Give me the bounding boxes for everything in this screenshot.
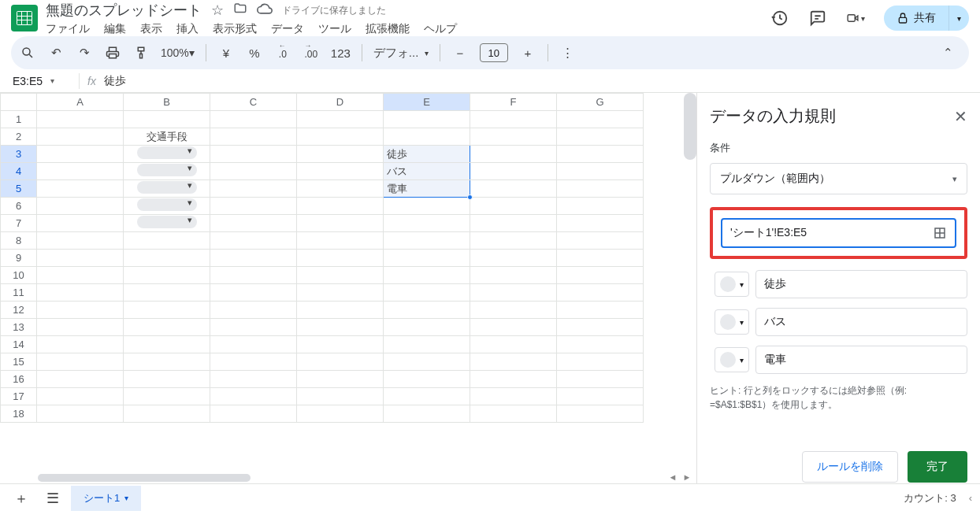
option-value[interactable]: 電車 — [755, 346, 967, 374]
cloud-saved-icon[interactable] — [257, 1, 273, 20]
name-box[interactable]: E3:E5▾ — [3, 75, 79, 87]
option-value[interactable]: バス — [755, 308, 967, 336]
row-header[interactable]: 16 — [1, 371, 37, 388]
sheet-tab[interactable]: シート1▾ — [71, 486, 141, 511]
color-swatch-select[interactable]: ▾ — [715, 347, 749, 372]
number-format-button[interactable]: 123 — [331, 43, 351, 63]
decrease-decimal-button[interactable]: .0← — [274, 43, 291, 63]
add-sheet-button[interactable]: ＋ — [8, 487, 35, 509]
row-header[interactable]: 1 — [1, 111, 37, 128]
delete-rule-button[interactable]: ルールを削除 — [802, 451, 898, 483]
panel-title: データの入力規則 — [710, 105, 836, 127]
sheets-logo[interactable] — [11, 5, 38, 31]
close-icon[interactable]: ✕ — [954, 107, 967, 126]
redo-icon[interactable]: ↷ — [76, 43, 93, 63]
row-header[interactable]: 17 — [1, 388, 37, 405]
more-toolbar-icon[interactable]: ⋮ — [559, 43, 577, 63]
cell-E5[interactable]: 電車 — [384, 180, 470, 198]
cell-B5[interactable] — [124, 180, 210, 198]
spreadsheet-grid[interactable]: A B C D E F G 1 2交通手段 3徒歩 4バス 5電車 6 7 8 … — [0, 93, 696, 483]
currency-button[interactable]: ¥ — [217, 43, 235, 63]
print-icon[interactable] — [104, 43, 121, 63]
row-header[interactable]: 4 — [1, 163, 37, 180]
col-header[interactable]: G — [557, 94, 644, 111]
menu-data[interactable]: データ — [271, 22, 304, 36]
collapse-toolbar-icon[interactable]: ⌃ — [939, 43, 956, 63]
menu-file[interactable]: ファイル — [46, 22, 90, 36]
share-button[interactable]: 共有 — [884, 6, 948, 31]
row-header[interactable]: 13 — [1, 319, 37, 336]
percent-button[interactable]: % — [246, 43, 263, 63]
range-input[interactable]: 'シート1'!E3:E5 — [721, 218, 956, 248]
color-swatch-select[interactable]: ▾ — [715, 272, 749, 297]
row-header[interactable]: 5 — [1, 180, 37, 198]
document-title[interactable]: 無題のスプレッドシート — [46, 1, 202, 20]
paint-format-icon[interactable] — [132, 43, 150, 63]
share-label: 共有 — [914, 11, 936, 25]
col-header[interactable]: A — [37, 94, 124, 111]
move-folder-icon[interactable] — [233, 2, 247, 20]
col-header[interactable]: C — [210, 94, 297, 111]
row-header[interactable]: 2 — [1, 128, 37, 146]
menu-extensions[interactable]: 拡張機能 — [366, 22, 410, 36]
color-swatch-select[interactable]: ▾ — [715, 309, 749, 335]
cell-E3[interactable]: 徒歩 — [384, 146, 470, 163]
cell-B7[interactable] — [124, 215, 210, 232]
scroll-right-icon[interactable]: ► — [681, 472, 693, 483]
select-all-corner[interactable] — [1, 94, 37, 111]
undo-icon[interactable]: ↶ — [47, 43, 65, 63]
row-header[interactable]: 18 — [1, 405, 37, 423]
cell-E4[interactable]: バス — [384, 163, 470, 180]
horizontal-scrollbar[interactable] — [38, 474, 251, 482]
row-header[interactable]: 7 — [1, 215, 37, 232]
cell-B2[interactable]: 交通手段 — [124, 128, 210, 146]
col-header[interactable]: D — [297, 94, 384, 111]
font-size-input[interactable]: 10 — [480, 43, 508, 62]
menu-tools[interactable]: ツール — [318, 22, 351, 36]
row-header[interactable]: 8 — [1, 232, 37, 250]
cell-B3[interactable] — [124, 146, 210, 163]
increase-font-button[interactable]: + — [519, 43, 536, 63]
star-icon[interactable]: ☆ — [211, 2, 224, 19]
increase-decimal-button[interactable]: .00→ — [303, 43, 320, 63]
vertical-scrollbar[interactable] — [684, 93, 696, 160]
zoom-select[interactable]: 100% ▾ — [161, 43, 195, 63]
menu-help[interactable]: ヘルプ — [424, 22, 457, 36]
scroll-left-icon[interactable]: ◄ — [666, 472, 679, 483]
menu-format[interactable]: 表示形式 — [213, 22, 257, 36]
selection-handle[interactable] — [467, 194, 473, 200]
explore-collapse-icon[interactable]: ‹ — [969, 492, 972, 504]
meet-icon[interactable]: ▾ — [846, 9, 865, 28]
count-status[interactable]: カウント: 3 — [904, 491, 956, 505]
col-header[interactable]: B — [124, 94, 210, 111]
done-button[interactable]: 完了 — [908, 451, 967, 483]
row-header[interactable]: 11 — [1, 284, 37, 302]
row-header[interactable]: 10 — [1, 267, 37, 284]
history-icon[interactable] — [770, 9, 789, 28]
fx-icon[interactable]: fx — [87, 75, 96, 87]
row-header[interactable]: 12 — [1, 302, 37, 319]
grid-select-icon[interactable] — [933, 226, 947, 240]
cell-B4[interactable] — [124, 163, 210, 180]
menu-insert[interactable]: 挿入 — [176, 22, 199, 36]
menu-view[interactable]: 表示 — [140, 22, 162, 36]
row-header[interactable]: 6 — [1, 198, 37, 215]
font-select[interactable]: デフォ...▾ — [373, 43, 429, 63]
share-dropdown[interactable]: ▾ — [948, 6, 969, 31]
menu-edit[interactable]: 編集 — [104, 22, 126, 36]
comment-icon[interactable] — [808, 9, 827, 28]
formula-input[interactable]: 徒歩 — [104, 74, 126, 88]
all-sheets-button[interactable]: ☰ — [39, 487, 66, 509]
row-header[interactable]: 9 — [1, 250, 37, 267]
row-header[interactable]: 15 — [1, 353, 37, 371]
option-value[interactable]: 徒歩 — [755, 270, 967, 298]
criteria-label: 条件 — [710, 141, 967, 155]
row-header[interactable]: 14 — [1, 336, 37, 353]
col-header[interactable]: E — [384, 94, 470, 111]
col-header[interactable]: F — [470, 94, 557, 111]
decrease-font-button[interactable]: − — [451, 43, 469, 63]
cell-B6[interactable] — [124, 198, 210, 215]
row-header[interactable]: 3 — [1, 146, 37, 163]
criteria-select[interactable]: プルダウン（範囲内）▾ — [710, 163, 967, 194]
search-icon[interactable] — [19, 43, 36, 63]
